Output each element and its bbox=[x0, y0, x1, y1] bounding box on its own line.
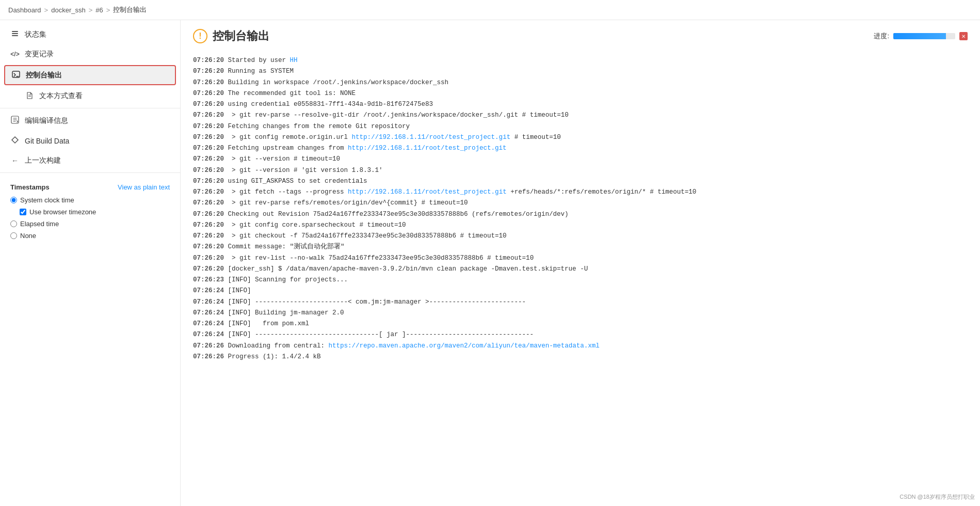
sidebar-item-changes[interactable]: </> 变更记录 bbox=[0, 44, 180, 64]
sidebar-item-gitbuild[interactable]: Git Build Data bbox=[0, 131, 180, 151]
sidebar-console-label: 控制台输出 bbox=[26, 71, 62, 80]
sidebar-editinfo-label: 编辑编译信息 bbox=[25, 116, 68, 125]
console-output: 07:26:20 Started by user HH07:26:20 Runn… bbox=[181, 50, 980, 368]
console-line: 07:26:20 Started by user HH bbox=[193, 55, 968, 66]
console-line: 07:26:20 Checking out Revision 75ad24a16… bbox=[193, 209, 968, 220]
console-timestamp: 07:26:20 bbox=[193, 231, 228, 242]
sidebar-status-label: 状态集 bbox=[25, 30, 46, 39]
console-text: The recommended git tool is: NONE bbox=[228, 88, 356, 99]
console-text: using credential e0558831-7ff1-434a-9d1b… bbox=[228, 99, 433, 110]
sidebar-prevbuild-label: 上一次构建 bbox=[25, 156, 61, 165]
progress-close-button[interactable]: ✕ bbox=[959, 32, 968, 40]
console-link[interactable]: https://repo.maven.apache.org/maven2/com… bbox=[329, 342, 600, 350]
console-line: 07:26:20 using GIT_ASKPASS to set creden… bbox=[193, 176, 968, 187]
breadcrumb-dashboard[interactable]: Dashboard bbox=[8, 6, 41, 14]
console-timestamp: 07:26:20 bbox=[193, 143, 228, 154]
svg-rect-0 bbox=[12, 31, 18, 32]
console-line: 07:26:24 [INFO] Building jm-manager 2.0 bbox=[193, 308, 968, 319]
breadcrumb-docker-ssh[interactable]: docker_ssh bbox=[51, 6, 85, 14]
console-line: 07:26:20 [docker_ssh] $ /data/maven/apac… bbox=[193, 264, 968, 275]
radio-none-input[interactable] bbox=[10, 232, 17, 239]
breadcrumb-sep-2: > bbox=[89, 6, 93, 14]
sidebar-item-prevbuild[interactable]: ← 上一次构建 bbox=[0, 151, 180, 170]
console-text: > git fetch --tags --progress http://192… bbox=[228, 187, 697, 198]
breadcrumb-current: 控制台输出 bbox=[113, 5, 147, 14]
radio-system-clock[interactable]: System clock time bbox=[10, 196, 170, 204]
console-text: Started by user HH bbox=[228, 55, 298, 66]
console-text: [INFO] Building jm-manager 2.0 bbox=[228, 308, 344, 319]
sidebar-item-textview[interactable]: 文本方式查看 bbox=[0, 86, 180, 106]
sidebar-gitbuild-label: Git Build Data bbox=[25, 137, 69, 145]
checkbox-browser-timezone[interactable]: Use browser timezone bbox=[10, 208, 170, 216]
console-text: Building in workspace /root/.jenkins/wor… bbox=[228, 77, 449, 88]
breadcrumb-build-number[interactable]: #6 bbox=[95, 6, 103, 14]
radio-none[interactable]: None bbox=[10, 232, 170, 240]
sidebar-divider-1 bbox=[0, 108, 180, 108]
sidebar-item-console[interactable]: 控制台输出 bbox=[4, 65, 176, 85]
console-timestamp: 07:26:20 bbox=[193, 55, 228, 66]
timestamps-section: Timestamps View as plain text System clo… bbox=[0, 175, 180, 244]
console-line: 07:26:20 using credential e0558831-7ff1-… bbox=[193, 99, 968, 110]
checkbox-browser-timezone-input[interactable] bbox=[20, 209, 26, 215]
console-line: 07:26:20 > git config remote.origin.url … bbox=[193, 132, 968, 143]
radio-none-label: None bbox=[20, 232, 36, 240]
view-plain-link[interactable]: View as plain text bbox=[118, 183, 170, 191]
breadcrumb-sep-3: > bbox=[106, 6, 110, 14]
console-line: 07:26:20 Building in workspace /root/.je… bbox=[193, 77, 968, 88]
console-link[interactable]: HH bbox=[290, 57, 298, 64]
console-text: > git --version # 'git version 1.8.3.1' bbox=[228, 165, 383, 176]
console-text: [INFO] from pom.xml bbox=[228, 319, 310, 329]
list-icon bbox=[10, 29, 20, 39]
console-timestamp: 07:26:23 bbox=[193, 275, 228, 286]
page-header: ! 控制台输出 进度: ✕ bbox=[181, 20, 980, 50]
breadcrumb: Dashboard > docker_ssh > #6 > 控制台输出 bbox=[0, 0, 980, 20]
console-timestamp: 07:26:20 bbox=[193, 77, 228, 88]
console-timestamp: 07:26:20 bbox=[193, 253, 228, 264]
console-text: > git config remote.origin.url http://19… bbox=[228, 132, 561, 143]
console-timestamp: 07:26:26 bbox=[193, 352, 228, 362]
console-line: 07:26:20 > git --version # 'git version … bbox=[193, 165, 968, 176]
watermark: CSDN @18岁程序员想打职业 bbox=[899, 493, 975, 501]
console-link[interactable]: http://192.168.1.11/root/test_project.gi… bbox=[348, 188, 507, 196]
console-timestamp: 07:26:24 bbox=[193, 329, 228, 340]
console-timestamp: 07:26:20 bbox=[193, 198, 228, 209]
page-title-group: ! 控制台输出 bbox=[193, 28, 269, 44]
code-icon: </> bbox=[10, 51, 20, 58]
console-text: Progress (1): 1.4/2.4 kB bbox=[228, 352, 321, 362]
console-line: 07:26:20 Fetching upstream changes from … bbox=[193, 143, 968, 154]
warning-icon: ! bbox=[193, 29, 207, 43]
console-text: Fetching upstream changes from http://19… bbox=[228, 143, 507, 154]
radio-elapsed-label: Elapsed time bbox=[20, 220, 59, 228]
console-timestamp: 07:26:20 bbox=[193, 242, 228, 252]
radio-elapsed[interactable]: Elapsed time bbox=[10, 220, 170, 228]
console-text: Checking out Revision 75ad24a167ffe23334… bbox=[228, 209, 569, 220]
progress-group: 进度: ✕ bbox=[874, 31, 968, 41]
console-timestamp: 07:26:24 bbox=[193, 297, 228, 308]
console-timestamp: 07:26:20 bbox=[193, 110, 228, 121]
console-timestamp: 07:26:24 bbox=[193, 319, 228, 329]
radio-elapsed-input[interactable] bbox=[10, 220, 17, 227]
console-timestamp: 07:26:26 bbox=[193, 341, 228, 352]
console-line: 07:26:26 Downloading from central: https… bbox=[193, 341, 968, 352]
sidebar: 状态集 </> 变更记录 控制台输出 bbox=[0, 20, 181, 506]
console-line: 07:26:24 [INFO] ------------------------… bbox=[193, 297, 968, 308]
sidebar-textview-label: 文本方式查看 bbox=[39, 91, 83, 101]
console-timestamp: 07:26:20 bbox=[193, 66, 228, 77]
sidebar-item-status[interactable]: 状态集 bbox=[0, 24, 180, 44]
console-link[interactable]: http://192.168.1.11/root/test_project.gi… bbox=[352, 134, 511, 141]
sidebar-item-editinfo[interactable]: 编辑编译信息 bbox=[0, 110, 180, 131]
console-line: 07:26:26 Progress (1): 1.4/2.4 kB bbox=[193, 352, 968, 362]
console-line: 07:26:20 > git config core.sparsecheckou… bbox=[193, 220, 968, 231]
checkbox-browser-timezone-label: Use browser timezone bbox=[29, 208, 96, 216]
console-link[interactable]: http://192.168.1.11/root/test_project.gi… bbox=[348, 145, 507, 152]
console-line: 07:26:20 Running as SYSTEM bbox=[193, 66, 968, 77]
timestamps-options: System clock time Use browser timezone E… bbox=[10, 196, 170, 240]
console-timestamp: 07:26:20 bbox=[193, 209, 228, 220]
console-line: 07:26:20 Fetching changes from the remot… bbox=[193, 121, 968, 132]
radio-system-clock-input[interactable] bbox=[10, 197, 17, 203]
console-line: 07:26:24 [INFO] bbox=[193, 286, 968, 296]
console-line: 07:26:20 The recommended git tool is: NO… bbox=[193, 88, 968, 99]
progress-label: 进度: bbox=[874, 31, 889, 41]
main-layout: 状态集 </> 变更记录 控制台输出 bbox=[0, 20, 980, 506]
page-title: 控制台输出 bbox=[213, 28, 269, 44]
